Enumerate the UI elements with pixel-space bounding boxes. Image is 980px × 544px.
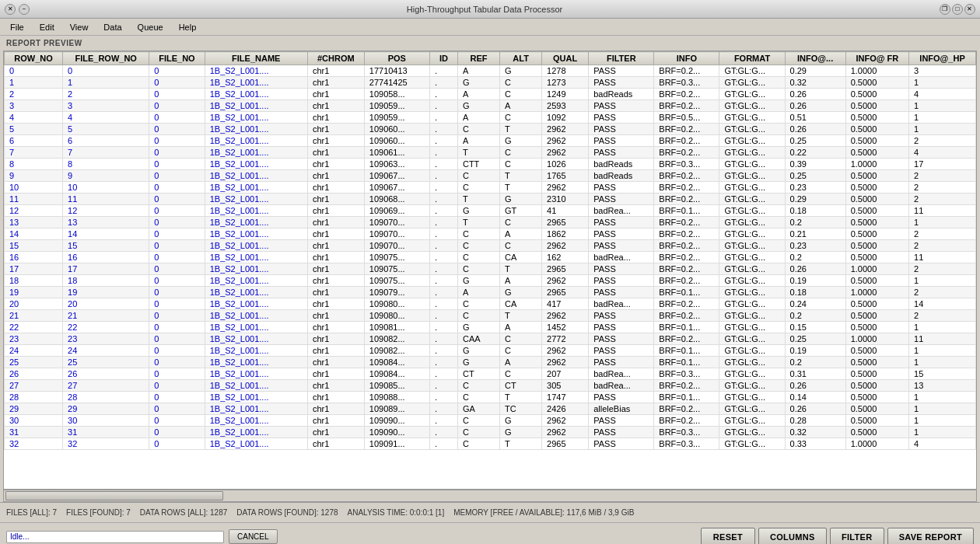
table-cell: GT:GL:G... [719,380,785,392]
table-cell[interactable]: 1B_S2_L001.... [205,65,307,77]
col-header-info-at1[interactable]: INFO@... [785,52,845,65]
table-cell: 1249 [542,89,589,100]
table-cell: 0.5000 [845,252,908,263]
col-header-pos[interactable]: POS [364,52,429,65]
reset-button[interactable]: RESET [701,528,755,545]
menu-queue[interactable]: Queue [131,20,170,34]
table-cell: 0.22 [785,147,845,159]
col-header-row-no[interactable]: ROW_NO [5,52,63,65]
table-cell[interactable]: 1B_S2_L001.... [205,357,307,368]
table-cell[interactable]: 1B_S2_L001.... [205,368,307,380]
table-cell[interactable]: 1B_S2_L001.... [205,427,307,438]
menu-data[interactable]: Data [96,20,128,34]
window-right-controls[interactable]: ❐ □ ✕ [940,4,975,15]
col-header-ref[interactable]: REF [457,52,499,65]
col-header-alt[interactable]: ALT [500,52,542,65]
menu-edit[interactable]: Edit [33,20,61,34]
table-cell[interactable]: 1B_S2_L001.... [205,124,307,135]
table-cell[interactable]: 1B_S2_L001.... [205,345,307,357]
table-cell: 2965 [542,287,589,298]
scrollbar-thumb[interactable] [5,491,223,500]
col-header-chrom[interactable]: #CHROM [307,52,364,65]
table-cell: 0 [149,380,205,392]
close-button[interactable]: ✕ [5,4,16,15]
menubar: File Edit View Data Queue Help [0,19,980,36]
table-cell: 23 [5,333,63,345]
horizontal-scrollbar[interactable] [3,490,977,502]
col-header-file-name[interactable]: FILE_NAME [205,52,307,65]
table-cell[interactable]: 1B_S2_L001.... [205,415,307,427]
table-cell: . [429,403,457,415]
table-cell: 24 [63,345,149,357]
table-cell: BRF=0.1... [654,205,719,217]
table-cell: 109070... [364,228,429,240]
table-cell: 0.5000 [845,112,908,124]
columns-button[interactable]: COLUMNS [758,528,827,545]
col-header-id[interactable]: ID [429,52,457,65]
table-cell: 0 [149,415,205,427]
restore-button[interactable]: ❐ [940,4,950,15]
save-report-button[interactable]: SAVE REPORT [887,528,974,545]
table-cell[interactable]: 1B_S2_L001.... [205,333,307,345]
table-cell[interactable]: 1B_S2_L001.... [205,322,307,333]
table-cell[interactable]: 1B_S2_L001.... [205,275,307,287]
table-cell[interactable]: 1B_S2_L001.... [205,194,307,205]
table-cell[interactable]: 1B_S2_L001.... [205,182,307,194]
table-cell[interactable]: 1B_S2_L001.... [205,263,307,275]
window-controls[interactable]: ✕ − [5,4,30,15]
minimize-button[interactable]: − [19,4,30,15]
table-cell: 109081... [364,322,429,333]
table-cell[interactable]: 1B_S2_L001.... [205,170,307,182]
table-cell: GT:GL:G... [719,275,785,287]
table-cell[interactable]: 1B_S2_L001.... [205,228,307,240]
table-cell[interactable]: 1B_S2_L001.... [205,112,307,124]
table-cell[interactable]: 1B_S2_L001.... [205,147,307,159]
table-cell: 27 [63,380,149,392]
menu-help[interactable]: Help [172,20,204,34]
table-cell[interactable]: 1B_S2_L001.... [205,205,307,217]
table-cell[interactable]: 1B_S2_L001.... [205,159,307,170]
table-cell[interactable]: 1B_S2_L001.... [205,217,307,228]
table-cell[interactable]: 1B_S2_L001.... [205,252,307,263]
cancel-button[interactable]: CANCEL [229,529,278,544]
table-cell[interactable]: 1B_S2_L001.... [205,380,307,392]
col-header-file-no[interactable]: FILE_NO [149,52,205,65]
menu-view[interactable]: View [63,20,96,34]
close-button-right[interactable]: ✕ [964,4,975,15]
maximize-button[interactable]: □ [952,4,963,15]
table-cell: 1.0000 [845,333,908,345]
table-cell[interactable]: 1B_S2_L001.... [205,392,307,403]
table-cell[interactable]: 1B_S2_L001.... [205,438,307,450]
col-header-info-hp[interactable]: INFO@_HP [909,52,976,65]
col-header-qual[interactable]: QUAL [542,52,589,65]
table-cell: CTT [457,159,499,170]
table-cell[interactable]: 1B_S2_L001.... [205,77,307,89]
table-cell: 1 [909,392,976,403]
table-cell: . [429,298,457,310]
table-cell[interactable]: 1B_S2_L001.... [205,403,307,415]
table-cell[interactable]: 1B_S2_L001.... [205,298,307,310]
table-cell[interactable]: 1B_S2_L001.... [205,287,307,298]
table-cell[interactable]: 1B_S2_L001.... [205,89,307,100]
col-header-filter[interactable]: FILTER [589,52,654,65]
menu-file[interactable]: File [3,20,31,34]
table-cell: C [457,427,499,438]
col-header-info[interactable]: INFO [654,52,719,65]
filter-button[interactable]: FILTER [830,528,884,545]
table-row: 262601B_S2_L001....chr1109084....CTC207b… [5,368,976,380]
table-cell[interactable]: 1B_S2_L001.... [205,100,307,112]
table-cell[interactable]: 1B_S2_L001.... [205,135,307,147]
col-header-file-row-no[interactable]: FILE_ROW_NO [63,52,149,65]
table-cell: PASS [589,135,654,147]
table-cell: 207 [542,368,589,380]
table-cell[interactable]: 1B_S2_L001.... [205,240,307,252]
table-container[interactable]: ROW_NO FILE_ROW_NO FILE_NO FILE_NAME #CH… [3,51,977,490]
table-cell: 0 [149,275,205,287]
col-header-info-fr[interactable]: INFO@ FR [845,52,908,65]
col-header-format[interactable]: FORMAT [719,52,785,65]
table-cell: GT:GL:G... [719,194,785,205]
table-cell[interactable]: 1B_S2_L001.... [205,310,307,322]
table-cell: 1 [909,124,976,135]
table-cell: 15 [5,240,63,252]
window-title: High-Throughput Tabular Data Processor [407,5,562,14]
